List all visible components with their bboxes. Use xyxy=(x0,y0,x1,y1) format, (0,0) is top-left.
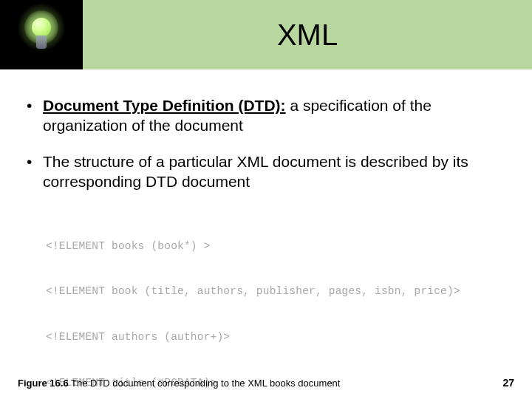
bullet-2-text: The structure of a particular XML docume… xyxy=(43,153,468,190)
lightbulb-icon xyxy=(19,6,64,64)
figure-caption-text: The DTD document corresponding to the XM… xyxy=(69,378,341,389)
slide-header: XML xyxy=(0,0,532,69)
dtd-code-block: <!ELEMENT books (book*) > <!ELEMENT book… xyxy=(46,208,508,400)
slide: XML Document Type Definition (DTD): a sp… xyxy=(0,0,532,399)
slide-footer: Figure 16.6 The DTD document correspondi… xyxy=(0,377,532,389)
title-area: XML xyxy=(83,0,532,69)
figure-number: Figure 16.6 xyxy=(18,378,69,389)
bullet-item-2: The structure of a particular XML docume… xyxy=(24,152,508,192)
code-line: <!ELEMENT book (title, authors, publishe… xyxy=(46,284,508,299)
page-number: 27 xyxy=(502,377,514,389)
figure-caption: Figure 16.6 The DTD document correspondi… xyxy=(18,378,340,389)
code-line: <!ELEMENT authors (author+)> xyxy=(46,330,508,345)
term-dtd: Document Type Definition (DTD): xyxy=(43,97,286,114)
code-line: <!ELEMENT books (book*) > xyxy=(46,239,508,254)
slide-content: Document Type Definition (DTD): a specif… xyxy=(0,69,532,399)
bullet-list: Document Type Definition (DTD): a specif… xyxy=(24,96,508,192)
slide-title: XML xyxy=(277,18,338,52)
bullet-item-1: Document Type Definition (DTD): a specif… xyxy=(24,96,508,136)
logo-panel xyxy=(0,0,83,69)
